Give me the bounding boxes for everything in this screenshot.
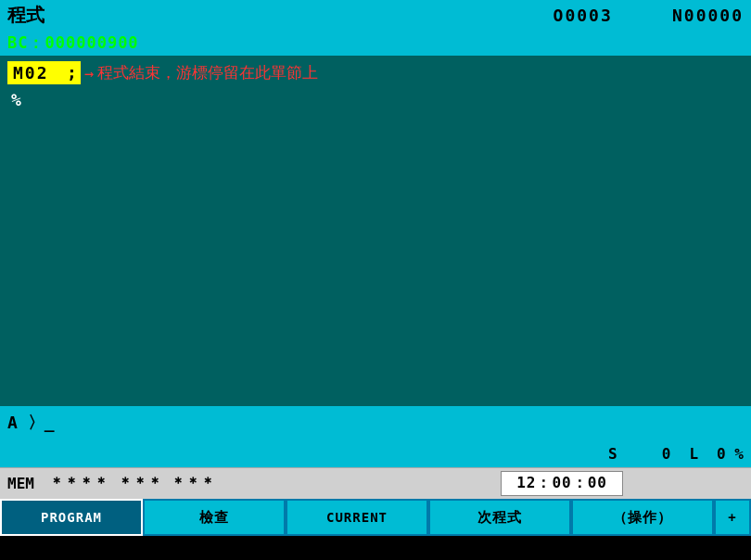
program-sequence-codes: O0003 N00000 <box>554 6 744 25</box>
status-l: L <box>689 445 698 463</box>
m02-comment: 程式結束，游標停留在此單節上 <box>97 62 318 83</box>
header-bar: 程式 O0003 N00000 <box>0 0 751 30</box>
info-stars: ＊＊＊＊ ＊＊＊ ＊＊＊ <box>49 474 501 493</box>
info-mem: MEM <box>7 475 34 492</box>
bc-line: BC：000000900 <box>0 30 751 56</box>
check-button[interactable]: 檢查 <box>143 499 286 536</box>
sequence-code: N00000 <box>672 6 744 25</box>
m02-arrow: → <box>84 64 94 83</box>
program-button[interactable]: PROGRAM <box>0 499 143 536</box>
status-bar: S 0 L 0 % <box>0 439 751 467</box>
info-time: 12：00：00 <box>501 471 623 496</box>
operation-button[interactable]: （操作） <box>571 499 714 536</box>
m02-code: M02 <box>7 61 63 84</box>
program-area: M02 ; → 程式結束，游標停留在此單節上 % <box>0 56 751 406</box>
input-bar: A 〉_ <box>0 406 751 439</box>
info-extra <box>632 475 744 492</box>
input-prompt: A 〉_ <box>7 412 55 434</box>
current-button[interactable]: CURRENT <box>286 499 428 536</box>
m02-semicolon: ; <box>63 61 81 84</box>
toolbar: PROGRAM 檢查 CURRENT 次程式 （操作） + <box>0 499 751 536</box>
status-s: S 0 <box>608 445 670 463</box>
plus-button[interactable]: + <box>714 499 751 536</box>
info-bar: MEM ＊＊＊＊ ＊＊＊ ＊＊＊ 12：00：00 <box>0 467 751 499</box>
percent-line: % <box>7 90 744 109</box>
bc-value: BC：000000900 <box>7 32 139 54</box>
program-code: O0003 <box>554 6 613 25</box>
subprogram-button[interactable]: 次程式 <box>428 499 571 536</box>
m02-row: M02 ; → 程式結束，游標停留在此單節上 <box>7 61 744 84</box>
status-pct: 0 % <box>717 445 744 463</box>
page-title: 程式 <box>7 3 45 28</box>
